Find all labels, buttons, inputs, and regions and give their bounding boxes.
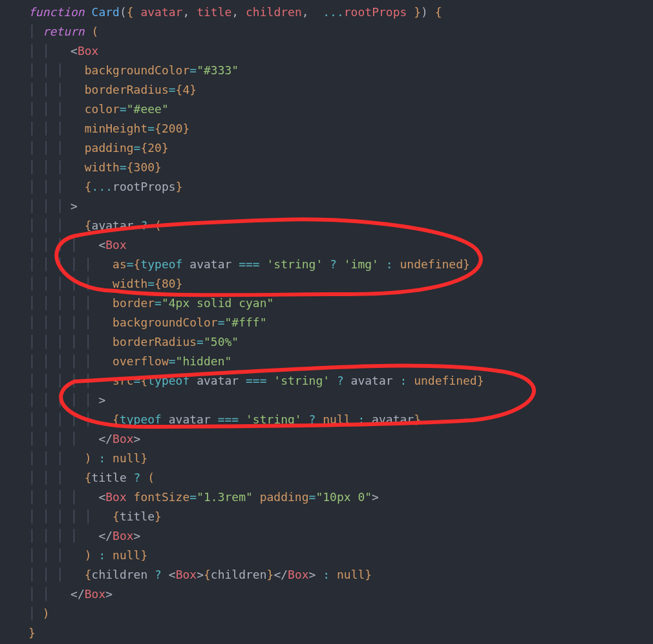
code-line-22: │ │ │ │ │ {typeof avatar === 'string' ? … <box>28 410 653 429</box>
code-line-21: │ │ │ │ │ > <box>28 391 653 410</box>
code-line-8: │ │ │ padding={20} <box>28 138 653 158</box>
code-line-29: │ │ │ ) : null} <box>28 546 653 565</box>
code-line-32: │ ) <box>28 604 653 623</box>
code-line-12: │ │ │ {avatar ? ( <box>28 216 653 235</box>
code-line-1: function Card({ avatar, title, children,… <box>28 3 653 22</box>
code-line-11: │ │ │ > <box>28 197 653 216</box>
code-line-13: │ │ │ │ <Box <box>28 235 653 255</box>
code-line-28: │ │ │ │ </Box> <box>28 526 653 546</box>
code-line-14: │ │ │ │ │ as={typeof avatar === 'string'… <box>28 255 653 274</box>
code-line-18: │ │ │ │ │ borderRadius="50%" <box>28 332 653 352</box>
code-line-4: │ │ │ backgroundColor="#333" <box>28 61 653 80</box>
code-line-10: │ │ │ {...rootProps} <box>28 177 653 197</box>
code-line-6: │ │ │ color="#eee" <box>28 100 653 119</box>
code-line-25: │ │ │ {title ? ( <box>28 468 653 488</box>
code-line-33: } <box>28 623 653 643</box>
code-line-23: │ │ │ │ </Box> <box>28 429 653 449</box>
code-line-15: │ │ │ │ │ width={80} <box>28 274 653 294</box>
code-line-7: │ │ │ minHeight={200} <box>28 119 653 138</box>
code-line-3: │ │ <Box <box>28 41 653 61</box>
code-editor: function Card({ avatar, title, children,… <box>0 0 653 643</box>
code-line-16: │ │ │ │ │ border="4px solid cyan" <box>28 294 653 313</box>
code-line-19: │ │ │ │ │ overflow="hidden" <box>28 352 653 371</box>
code-line-30: │ │ │ {children ? <Box>{children}</Box> … <box>28 565 653 585</box>
code-line-2: │ return ( <box>28 22 653 41</box>
code-line-9: │ │ │ width={300} <box>28 158 653 177</box>
code-line-17: │ │ │ │ │ backgroundColor="#fff" <box>28 313 653 332</box>
code-line-24: │ │ │ ) : null} <box>28 449 653 468</box>
code-line-31: │ │ </Box> <box>28 585 653 604</box>
code-line-5: │ │ │ borderRadius={4} <box>28 80 653 100</box>
code-line-26: │ │ │ │ <Box fontSize="1.3rem" padding="… <box>28 488 653 507</box>
code-line-27: │ │ │ │ │ {title} <box>28 507 653 526</box>
code-line-20: │ │ │ │ │ src={typeof avatar === 'string… <box>28 371 653 391</box>
